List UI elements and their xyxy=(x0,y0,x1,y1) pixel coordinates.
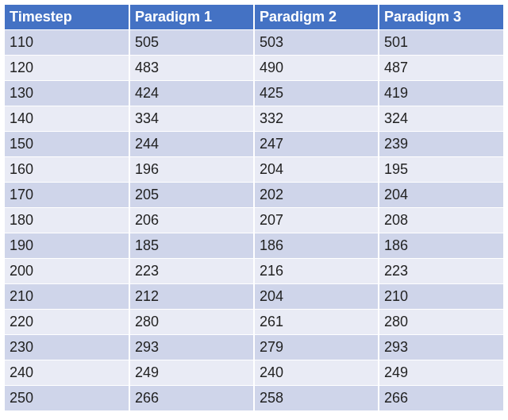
cell-p1: 334 xyxy=(129,106,254,132)
table-row: 150244247239 xyxy=(5,132,503,157)
table-row: 160196204195 xyxy=(5,157,503,183)
table-row: 200223216223 xyxy=(5,259,503,284)
table-row: 230293279293 xyxy=(5,335,503,360)
cell-timestep: 160 xyxy=(5,157,129,183)
table-header-row: Timestep Paradigm 1 Paradigm 2 Paradigm … xyxy=(5,5,503,30)
cell-p3: 186 xyxy=(379,233,503,259)
cell-p2: 279 xyxy=(254,335,379,360)
cell-timestep: 130 xyxy=(5,81,129,106)
col-header-paradigm-2: Paradigm 2 xyxy=(254,5,379,30)
cell-p2: 216 xyxy=(254,259,379,284)
cell-p2: 258 xyxy=(254,386,379,411)
cell-timestep: 210 xyxy=(5,284,129,310)
cell-p1: 196 xyxy=(129,157,254,183)
cell-timestep: 170 xyxy=(5,183,129,208)
cell-p2: 490 xyxy=(254,56,379,81)
cell-p3: 204 xyxy=(379,183,503,208)
col-header-paradigm-3: Paradigm 3 xyxy=(379,5,503,30)
table-row: 170205202204 xyxy=(5,183,503,208)
table-row: 220280261280 xyxy=(5,310,503,335)
cell-p2: 247 xyxy=(254,132,379,157)
cell-timestep: 220 xyxy=(5,310,129,335)
cell-timestep: 180 xyxy=(5,208,129,233)
cell-p3: 293 xyxy=(379,335,503,360)
table-row: 210212204210 xyxy=(5,284,503,310)
cell-p1: 249 xyxy=(129,360,254,386)
cell-p2: 503 xyxy=(254,30,379,56)
cell-p3: 239 xyxy=(379,132,503,157)
cell-p2: 202 xyxy=(254,183,379,208)
col-header-timestep: Timestep xyxy=(5,5,129,30)
cell-p1: 293 xyxy=(129,335,254,360)
cell-p2: 204 xyxy=(254,157,379,183)
cell-timestep: 200 xyxy=(5,259,129,284)
cell-p3: 324 xyxy=(379,106,503,132)
cell-p1: 266 xyxy=(129,386,254,411)
col-header-paradigm-1: Paradigm 1 xyxy=(129,5,254,30)
cell-p1: 483 xyxy=(129,56,254,81)
cell-p1: 206 xyxy=(129,208,254,233)
cell-timestep: 110 xyxy=(5,30,129,56)
cell-p3: 487 xyxy=(379,56,503,81)
table-row: 140334332324 xyxy=(5,106,503,132)
cell-p3: 419 xyxy=(379,81,503,106)
table-row: 190185186186 xyxy=(5,233,503,259)
data-table: Timestep Paradigm 1 Paradigm 2 Paradigm … xyxy=(5,5,503,410)
cell-timestep: 240 xyxy=(5,360,129,386)
table-row: 130424425419 xyxy=(5,81,503,106)
cell-p3: 195 xyxy=(379,157,503,183)
cell-p1: 244 xyxy=(129,132,254,157)
table-body: 110505503501 120483490487 130424425419 1… xyxy=(5,30,503,411)
cell-timestep: 140 xyxy=(5,106,129,132)
table-row: 240249240249 xyxy=(5,360,503,386)
cell-p1: 505 xyxy=(129,30,254,56)
cell-timestep: 150 xyxy=(5,132,129,157)
cell-p1: 223 xyxy=(129,259,254,284)
table-row: 250266258266 xyxy=(5,386,503,411)
cell-p3: 210 xyxy=(379,284,503,310)
cell-p1: 185 xyxy=(129,233,254,259)
cell-p3: 208 xyxy=(379,208,503,233)
table-row: 110505503501 xyxy=(5,30,503,56)
cell-p2: 240 xyxy=(254,360,379,386)
cell-timestep: 120 xyxy=(5,56,129,81)
cell-timestep: 230 xyxy=(5,335,129,360)
cell-p2: 186 xyxy=(254,233,379,259)
cell-p1: 280 xyxy=(129,310,254,335)
cell-p3: 249 xyxy=(379,360,503,386)
table-row: 120483490487 xyxy=(5,56,503,81)
cell-p1: 424 xyxy=(129,81,254,106)
cell-p2: 204 xyxy=(254,284,379,310)
cell-p3: 501 xyxy=(379,30,503,56)
cell-p3: 280 xyxy=(379,310,503,335)
table-row: 180206207208 xyxy=(5,208,503,233)
cell-p2: 207 xyxy=(254,208,379,233)
cell-p1: 212 xyxy=(129,284,254,310)
cell-timestep: 190 xyxy=(5,233,129,259)
cell-p2: 332 xyxy=(254,106,379,132)
cell-p1: 205 xyxy=(129,183,254,208)
cell-p2: 425 xyxy=(254,81,379,106)
cell-p3: 223 xyxy=(379,259,503,284)
cell-p2: 261 xyxy=(254,310,379,335)
cell-timestep: 250 xyxy=(5,386,129,411)
cell-p3: 266 xyxy=(379,386,503,411)
